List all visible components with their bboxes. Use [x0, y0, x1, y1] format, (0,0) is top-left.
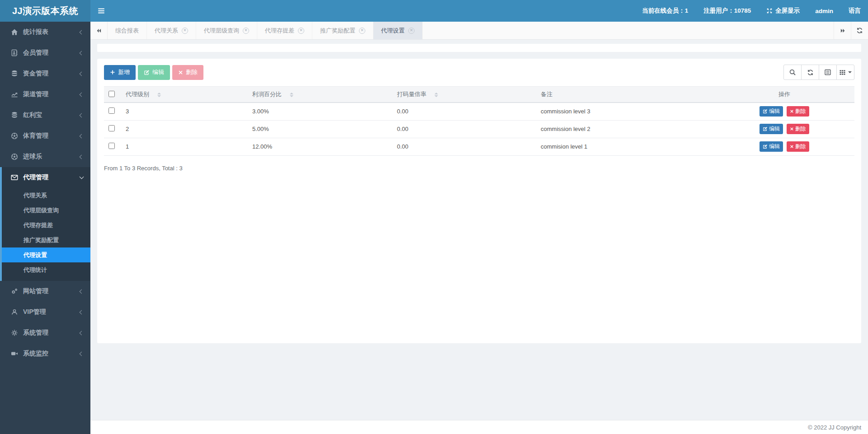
sidebar-item-website-management[interactable]: 网站管理: [0, 281, 90, 302]
search-icon: [789, 69, 796, 76]
columns-button[interactable]: [836, 65, 854, 80]
sidebar-item-label: 会员管理: [23, 49, 48, 57]
grid-icon: [839, 69, 846, 76]
tab-comprehensive-report[interactable]: 综合报表: [108, 22, 147, 39]
chevron-left-icon: [80, 92, 84, 97]
edit-button[interactable]: 编辑: [138, 65, 170, 80]
tab-agent-settings[interactable]: 代理设置 ✕: [373, 22, 423, 39]
fullscreen-label: 全屏显示: [775, 7, 800, 15]
top-header: JJ演示版本系统 当前在线会员：1 注册用户：10785 全屏显示 admin …: [0, 0, 868, 22]
sidebar-item-vip-management[interactable]: VIP管理: [0, 302, 90, 322]
page-footer: © 2022 JJ Copyright: [90, 420, 868, 434]
row-edit-button[interactable]: 编辑: [760, 124, 783, 134]
sidebar-item-bonus-treasure[interactable]: 红利宝: [0, 105, 90, 126]
sidebar-item-system-monitor[interactable]: 系统监控: [0, 343, 90, 364]
sidebar-item-agent-management[interactable]: 代理管理: [2, 167, 90, 188]
topbar-right-group: 当前在线会员：1 注册用户：10785 全屏显示 admin 语言: [642, 7, 868, 15]
column-label: 备注: [541, 91, 552, 98]
sidebar-nav: 统计报表 会员管理 资金管理 渠道管理 红利宝 体育管理 进球乐 代理管理: [0, 22, 90, 434]
column-header-remark: 备注: [536, 87, 714, 103]
column-header-profit-percent[interactable]: 利润百分比: [248, 87, 392, 103]
sidebar-item-label: 渠道管理: [23, 90, 48, 98]
cell-remark: commission level 2: [536, 120, 714, 138]
sidebar-item-sports-management[interactable]: 体育管理: [0, 126, 90, 146]
tab-promo-reward-config[interactable]: 推广奖励配置 ✕: [312, 22, 373, 39]
row-edit-button[interactable]: 编辑: [760, 141, 783, 152]
row-edit-button[interactable]: 编辑: [760, 106, 783, 117]
edit-icon: [763, 109, 768, 114]
close-icon[interactable]: ✕: [298, 28, 304, 34]
sidebar-item-label: 系统监控: [23, 350, 48, 358]
refresh-button[interactable]: [801, 65, 819, 80]
envelope-icon: [11, 174, 19, 181]
sidebar-item-system-management[interactable]: 系统管理: [0, 322, 90, 343]
tab-scroll-right-button[interactable]: [834, 22, 851, 39]
user-menu[interactable]: admin: [815, 8, 833, 14]
agent-management-submenu: 代理关系 代理层级查询 代理存提差 推广奖励配置 代理设置 代理统计: [2, 188, 90, 281]
sidebar-subitem-agent-statistics[interactable]: 代理统计: [2, 262, 90, 277]
sidebar-item-label: 系统管理: [23, 329, 48, 337]
agent-settings-panel: 新增 编辑 删除: [97, 59, 861, 343]
sidebar-item-label: VIP管理: [23, 308, 46, 316]
table-header-row: 代理级别 利润百分比 打码量倍率 备注 操作: [104, 87, 854, 103]
tab-bar: 综合报表 代理关系 ✕ 代理层级查询 ✕ 代理存提差 ✕ 推广奖励配置 ✕ 代理…: [90, 22, 868, 40]
tab-agent-relation[interactable]: 代理关系 ✕: [147, 22, 196, 39]
table-row: 3 3.00% 0.00 commission level 3 编辑 删除: [104, 103, 854, 120]
add-button[interactable]: 新增: [104, 65, 136, 80]
sidebar-item-goal-fun[interactable]: 进球乐: [0, 146, 90, 167]
row-checkbox[interactable]: [108, 107, 115, 114]
records-summary: From 1 To 3 Records, Total : 3: [104, 165, 854, 172]
row-delete-button[interactable]: 删除: [787, 124, 809, 134]
delete-icon: [178, 70, 183, 75]
sidebar-item-label: 体育管理: [23, 132, 48, 140]
close-icon[interactable]: ✕: [408, 28, 415, 34]
language-menu[interactable]: 语言: [849, 7, 861, 15]
row-checkbox[interactable]: [108, 125, 115, 131]
tab-scroll-left-button[interactable]: [90, 22, 108, 39]
cell-remark: commision level 1: [536, 138, 714, 155]
row-delete-label: 删除: [795, 107, 806, 115]
close-icon[interactable]: ✕: [359, 28, 365, 34]
sidebar-subitem-agent-level-query[interactable]: 代理层级查询: [2, 203, 90, 218]
sidebar-item-channel-management[interactable]: 渠道管理: [0, 84, 90, 105]
close-icon[interactable]: ✕: [243, 28, 249, 34]
tab-agent-level-query[interactable]: 代理层级查询 ✕: [196, 22, 257, 39]
sidebar-item-funds-management[interactable]: 资金管理: [0, 63, 90, 84]
sidebar-subitem-agent-relation[interactable]: 代理关系: [2, 188, 90, 203]
line-chart-icon: [11, 91, 19, 98]
search-button[interactable]: [783, 65, 802, 80]
column-label: 代理级别: [126, 91, 149, 98]
cell-agent-level: 3: [121, 103, 248, 120]
fullscreen-button[interactable]: 全屏显示: [766, 7, 800, 15]
column-label: 操作: [778, 91, 790, 98]
sidebar-item-label: 网站管理: [23, 287, 48, 295]
sidebar-item-label: 进球乐: [23, 153, 42, 161]
detail-view-button[interactable]: [819, 65, 837, 80]
column-label: 打码量倍率: [397, 91, 426, 98]
column-header-agent-level[interactable]: 代理级别: [121, 87, 248, 103]
sidebar-item-member-management[interactable]: 会员管理: [0, 42, 90, 63]
sidebar-subitem-agent-settings[interactable]: 代理设置: [2, 247, 90, 262]
sidebar-item-stats-report[interactable]: 统计报表: [0, 22, 90, 42]
video-camera-icon: [11, 350, 19, 357]
refresh-tabs-button[interactable]: [851, 22, 868, 39]
row-delete-button[interactable]: 删除: [787, 141, 809, 152]
row-checkbox[interactable]: [108, 143, 115, 149]
close-icon[interactable]: ✕: [182, 28, 188, 34]
delete-button[interactable]: 删除: [172, 65, 203, 80]
row-delete-button[interactable]: 删除: [787, 106, 809, 117]
user-icon: [11, 308, 19, 316]
database-icon: [11, 112, 19, 119]
sidebar-toggle-button[interactable]: [90, 0, 112, 22]
delete-icon: [790, 145, 794, 149]
sidebar-item-label: 代理管理: [23, 173, 48, 182]
column-header-actions: 操作: [714, 87, 854, 103]
column-header-bet-multiplier[interactable]: 打码量倍率: [392, 87, 536, 103]
sidebar-subitem-promo-reward-config[interactable]: 推广奖励配置: [2, 233, 90, 247]
chevron-left-icon: [80, 113, 84, 117]
tab-agent-deposit-diff[interactable]: 代理存提差 ✕: [257, 22, 312, 39]
sidebar-subitem-agent-deposit-diff[interactable]: 代理存提差: [2, 218, 90, 233]
agent-settings-table: 代理级别 利润百分比 打码量倍率 备注 操作 3 3.00% 0.00 comm…: [104, 86, 854, 156]
chevron-left-icon: [80, 289, 84, 294]
select-all-checkbox[interactable]: [108, 91, 115, 97]
